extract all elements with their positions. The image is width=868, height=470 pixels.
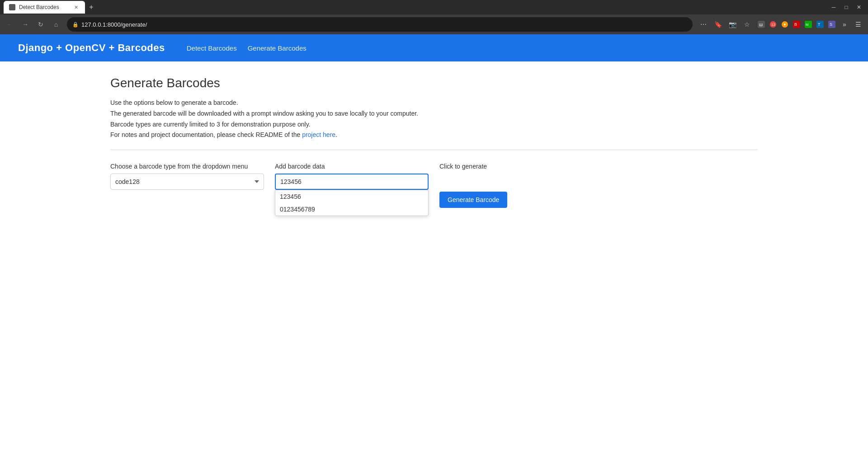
nav-link-generate[interactable]: Generate Barcodes [248, 44, 307, 52]
svg-text:M: M [806, 23, 809, 27]
autocomplete-item-0[interactable]: 123456 [275, 190, 428, 203]
lock-icon: 🔒 [72, 22, 79, 28]
generate-button[interactable]: Generate Barcode [439, 192, 507, 208]
desc-line-4: For notes and project documentation, ple… [110, 130, 758, 141]
back-button[interactable]: ← [4, 18, 16, 31]
extensions-button[interactable]: ⋯ [697, 18, 710, 31]
ext-icon-2[interactable]: 12 [768, 19, 778, 30]
desc-line-3: Barcode types are currently limited to 3… [110, 119, 758, 130]
screenshot-icon[interactable]: 📷 [726, 18, 739, 31]
window-controls: ─ □ ✕ [828, 2, 864, 13]
address-bar[interactable]: 🔒 127.0.0.1:8000/generate/ [67, 17, 693, 32]
ext-icon-5[interactable]: M [803, 19, 814, 30]
reload-button[interactable]: ↻ [34, 18, 47, 31]
generate-group: Click to generate Generate Barcode [439, 163, 507, 208]
app-navbar: Django + OpenCV + Barcodes Detect Barcod… [0, 34, 868, 61]
maximize-button[interactable]: □ [841, 2, 852, 13]
minimize-button[interactable]: ─ [828, 2, 839, 13]
project-link[interactable]: project here [302, 131, 335, 138]
divider [110, 150, 758, 150]
barcode-type-group: Choose a barcode type from the dropdown … [110, 163, 264, 190]
svg-text:12: 12 [771, 23, 775, 27]
url-text: 127.0.0.1:8000/generate/ [81, 21, 687, 28]
app-brand: Django + OpenCV + Barcodes [18, 42, 165, 54]
svg-text:B: B [794, 22, 797, 27]
tab-bar: Detect Barcodes ✕ + [4, 0, 98, 14]
description-block: Use the options below to generate a barc… [110, 98, 758, 141]
bookmark-icon[interactable]: 🔖 [712, 18, 724, 31]
svg-text:S: S [830, 22, 832, 27]
tab-close-button[interactable]: ✕ [72, 4, 80, 11]
svg-text:Ш: Ш [759, 23, 763, 27]
home-button[interactable]: ⌂ [50, 18, 62, 31]
nav-link-detect[interactable]: Detect Barcodes [187, 44, 237, 52]
barcode-input-wrapper: 123456 0123456789 [275, 174, 429, 190]
new-tab-button[interactable]: + [85, 1, 98, 14]
forward-button[interactable]: → [19, 18, 32, 31]
barcode-type-select[interactable]: code128 qr ean13 [110, 174, 264, 190]
ext-icon-4[interactable]: B [791, 19, 802, 30]
barcode-data-group: Add barcode data 123456 0123456789 [275, 163, 429, 190]
dropdown-label: Choose a barcode type from the dropdown … [110, 163, 264, 170]
tab-favicon [9, 4, 15, 10]
active-tab[interactable]: Detect Barcodes ✕ [4, 1, 85, 14]
desc-line-4-prefix: For notes and project documentation, ple… [110, 131, 302, 138]
form-area: Choose a barcode type from the dropdown … [110, 163, 758, 208]
nav-links: Detect Barcodes Generate Barcodes [187, 44, 307, 52]
click-label: Click to generate [439, 163, 507, 170]
ext-icon-3[interactable]: ● [779, 19, 790, 30]
desc-line-2: The generated barcode will be downloaded… [110, 108, 758, 119]
extensions-area: Ш 12 ● B M T S » ☰ [756, 18, 864, 31]
svg-text:T: T [818, 22, 821, 27]
desc-line-4-suffix: . [335, 131, 337, 138]
autocomplete-dropdown: 123456 0123456789 [275, 190, 429, 216]
autocomplete-item-1[interactable]: 0123456789 [275, 203, 428, 216]
page-title: Generate Barcodes [110, 76, 758, 90]
toolbar-icons: ⋯ 🔖 📷 ☆ [697, 18, 753, 31]
barcode-data-input[interactable] [275, 174, 429, 190]
svg-text:●: ● [783, 22, 786, 27]
more-tools-button[interactable]: » [838, 18, 851, 31]
ext-icon-1[interactable]: Ш [756, 19, 767, 30]
menu-button[interactable]: ☰ [852, 18, 864, 31]
close-window-button[interactable]: ✕ [854, 2, 864, 13]
input-label: Add barcode data [275, 163, 429, 170]
browser-titlebar: Detect Barcodes ✕ + ─ □ ✕ [0, 0, 868, 14]
tab-title: Detect Barcodes [19, 4, 69, 10]
ext-icon-6[interactable]: T [815, 19, 826, 30]
star-icon[interactable]: ☆ [741, 18, 753, 31]
main-content: Generate Barcodes Use the options below … [0, 61, 868, 222]
browser-toolbar: ← → ↻ ⌂ 🔒 127.0.0.1:8000/generate/ ⋯ 🔖 📷… [0, 14, 868, 34]
desc-line-1: Use the options below to generate a barc… [110, 98, 758, 108]
ext-icon-7[interactable]: S [826, 19, 837, 30]
